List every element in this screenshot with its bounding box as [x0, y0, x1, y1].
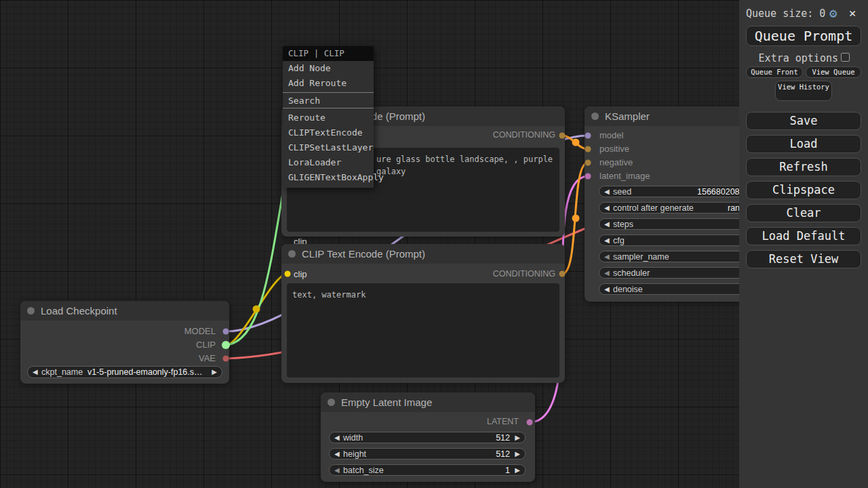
widget-label: seed	[613, 186, 631, 197]
node-collapse-dot[interactable]	[591, 113, 599, 120]
view-queue-button[interactable]: View Queue	[806, 66, 861, 78]
comfyui-app: CLIP Text Encode (Prompt) clip CONDITION…	[0, 0, 868, 488]
clear-button[interactable]: Clear	[746, 204, 861, 222]
widget-label: width	[343, 432, 363, 443]
decrement-arrow-icon[interactable]: ◀	[604, 219, 610, 229]
menu-item-gligentextboxapply[interactable]: GLIGENTextBoxApply	[283, 170, 374, 185]
input-label-latent-image: latent_image	[599, 171, 650, 181]
input-label-positive: positive	[599, 144, 629, 154]
widget-label: ckpt_name	[41, 367, 83, 378]
menu-item-cliptextencode[interactable]: CLIPTextEncode	[283, 125, 374, 140]
load-button[interactable]: Load	[746, 135, 861, 153]
wire-clip-dragging	[226, 185, 284, 345]
extra-options-checkbox[interactable]	[841, 53, 850, 62]
reset-view-button[interactable]: Reset View	[746, 250, 861, 268]
widget-label: height	[343, 449, 366, 460]
decrement-arrow-icon[interactable]: ◀	[334, 432, 340, 443]
output-label-latent: LATENT	[487, 417, 519, 426]
node-empty-latent-image[interactable]: Empty Latent Image LATENT ◀ width 512 ▶ …	[321, 392, 535, 482]
queue-front-button[interactable]: Queue Front	[746, 66, 803, 78]
node-collapse-dot[interactable]	[27, 307, 35, 314]
input-label-model: model	[599, 130, 623, 140]
widget-denoise[interactable]: ◀ denoise	[599, 283, 739, 295]
decrement-arrow-icon[interactable]: ◀	[604, 251, 610, 262]
view-history-button[interactable]: View History	[775, 81, 832, 101]
menu-item-search[interactable]: Search	[283, 92, 374, 108]
node-title: Load Checkpoint	[41, 301, 117, 321]
node-clip-text-encode-negative[interactable]: CLIP Text Encode (Prompt) clip CONDITION…	[281, 244, 565, 383]
output-label-conditioning: CONDITIONING	[493, 269, 555, 279]
node-collapse-dot[interactable]	[328, 399, 335, 406]
clipspace-button[interactable]: Clipspace	[746, 181, 861, 199]
menu-item-clipsetlastlayer[interactable]: CLIPSetLastLayer	[283, 140, 374, 155]
wire-clip	[226, 274, 288, 345]
node-load-checkpoint[interactable]: Load Checkpoint MODEL CLIP VAE ◀ ckpt_na…	[20, 301, 229, 384]
widget-value: 1	[505, 465, 510, 476]
queue-prompt-button[interactable]: Queue Prompt	[746, 26, 861, 46]
decrement-arrow-icon[interactable]: ◀	[604, 235, 610, 245]
decrement-arrow-icon[interactable]: ◀	[604, 268, 610, 278]
widget-label: control after generate	[613, 203, 694, 214]
widget-value: ran	[728, 203, 739, 214]
widget-control-after-generate[interactable]: ◀ control after generate ran	[599, 202, 739, 214]
link-midpoint-dot-negative[interactable]	[572, 215, 580, 222]
widget-label: scheduler	[613, 268, 650, 279]
node-title: Empty Latent Image	[341, 392, 432, 412]
menu-item-add-reroute[interactable]: Add Reroute	[283, 76, 374, 91]
widget-value: v1-5-pruned-emaonly-fp16.s…	[87, 367, 203, 378]
increment-arrow-icon[interactable]: ▶	[515, 465, 520, 475]
save-button[interactable]: Save	[746, 112, 861, 130]
node-collapse-dot[interactable]	[288, 250, 296, 258]
decrement-arrow-icon[interactable]: ◀	[604, 186, 610, 197]
widget-value: 512	[496, 449, 510, 460]
decrement-arrow-icon[interactable]: ◀	[604, 284, 610, 294]
widget-label: steps	[613, 219, 633, 230]
refresh-button[interactable]: Refresh	[746, 158, 861, 176]
widget-scheduler[interactable]: ◀ scheduler	[599, 267, 739, 279]
output-label-vae: VAE	[199, 353, 216, 363]
context-menu-title: CLIP | CLIP	[283, 46, 374, 61]
widget-batch-size[interactable]: ◀ batch_size 1 ▶	[329, 464, 526, 476]
queue-sidebar: Queue size: 0 ⚙ ✕ Queue Prompt Extra opt…	[739, 0, 868, 488]
menu-item-add-node[interactable]: Add Node	[283, 61, 374, 76]
settings-gear-icon[interactable]: ⚙	[829, 5, 837, 20]
menu-item-loraloader[interactable]: LoraLoader	[283, 155, 374, 170]
widget-value: 1566802087	[697, 186, 739, 197]
node-title: KSampler	[605, 106, 650, 126]
widget-seed[interactable]: ◀ seed 1566802087	[599, 186, 739, 197]
widget-width[interactable]: ◀ width 512 ▶	[329, 432, 526, 443]
widget-label: sampler_name	[613, 251, 669, 262]
input-label-clip: clip	[294, 269, 307, 279]
link-midpoint-dot-positive[interactable]	[572, 139, 580, 146]
node-graph-canvas[interactable]: CLIP Text Encode (Prompt) clip CONDITION…	[0, 0, 739, 488]
widget-sampler-name[interactable]: ◀ sampler_name	[599, 251, 739, 262]
widget-label: cfg	[613, 235, 625, 246]
menu-item-reroute[interactable]: Reroute	[283, 110, 374, 125]
load-default-button[interactable]: Load Default	[746, 227, 861, 245]
increment-arrow-icon[interactable]: ▶	[515, 432, 520, 443]
prev-option-arrow-icon[interactable]: ◀	[33, 367, 38, 377]
node-ksampler[interactable]: KSampler model positive negative latent_…	[585, 106, 739, 302]
next-option-arrow-icon[interactable]: ▶	[212, 367, 217, 377]
close-icon[interactable]: ✕	[849, 5, 856, 20]
prompt-textarea[interactable]: text, watermark	[287, 283, 559, 378]
node-title: CLIP Text Encode (Prompt)	[302, 244, 425, 264]
widget-cfg[interactable]: ◀ cfg	[599, 235, 739, 246]
input-label-negative: negative	[599, 157, 633, 167]
decrement-arrow-icon[interactable]: ◀	[334, 465, 340, 475]
widget-value: 512	[496, 432, 510, 443]
add-node-context-menu: CLIP | CLIP Add Node Add Reroute Search …	[283, 46, 374, 188]
widget-steps[interactable]: ◀ steps	[599, 218, 739, 230]
queue-size-label: Queue size: 0	[746, 7, 825, 20]
widget-label: batch_size	[343, 465, 384, 476]
decrement-arrow-icon[interactable]: ◀	[334, 449, 340, 459]
decrement-arrow-icon[interactable]: ◀	[604, 203, 610, 213]
widget-label: denoise	[613, 284, 643, 295]
output-label-conditioning: CONDITIONING	[493, 130, 555, 140]
extra-options-label: Extra options	[746, 52, 838, 64]
widget-height[interactable]: ◀ height 512 ▶	[329, 448, 526, 460]
increment-arrow-icon[interactable]: ▶	[515, 449, 520, 459]
widget-ckpt-name[interactable]: ◀ ckpt_name v1-5-pruned-emaonly-fp16.s… …	[27, 366, 222, 378]
output-label-model: MODEL	[184, 326, 216, 336]
link-midpoint-dot-clip[interactable]	[253, 306, 260, 313]
